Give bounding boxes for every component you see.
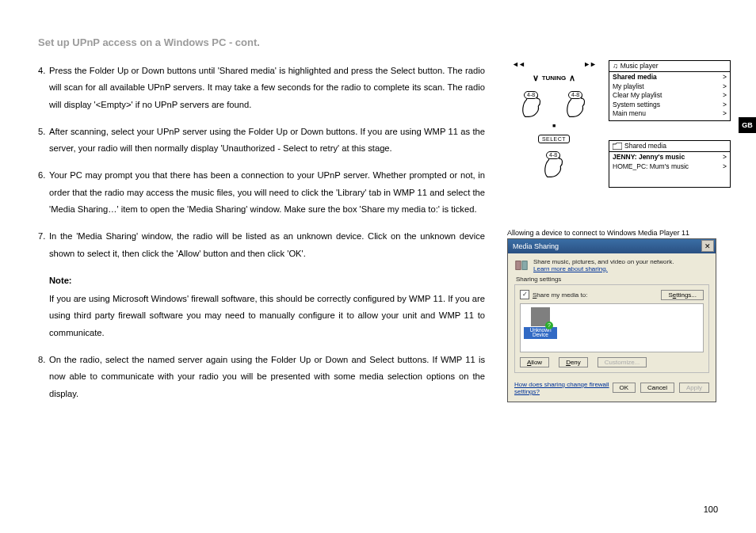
text-column: Set up UPnP access on a Windows PC - con… bbox=[38, 36, 485, 413]
svg-rect-1 bbox=[522, 261, 527, 269]
menu1-row-shared-media: Shared media bbox=[613, 73, 657, 82]
menu1-row: My playlist bbox=[613, 82, 644, 91]
ok-button[interactable]: OK bbox=[613, 383, 636, 393]
share-media-checkbox[interactable]: ✓ bbox=[520, 290, 529, 299]
settings-button[interactable]: Settings... bbox=[661, 290, 704, 300]
device-list: Unknown Device bbox=[520, 303, 704, 352]
learn-more-link[interactable]: Learn more about sharing. bbox=[533, 265, 674, 272]
rewind-icon: ◄◄ bbox=[512, 60, 525, 68]
menu-shared-media: Shared media JENNY: Jenny's music> HOME_… bbox=[609, 140, 731, 188]
step-4: 4. Press the Folder Up or Down buttons u… bbox=[38, 63, 485, 113]
deny-button[interactable]: Deny bbox=[559, 357, 588, 367]
media-sharing-dialog: Media Sharing ✕ Share music, pictures, a… bbox=[507, 238, 716, 402]
step-5: 5. After scanning, select your UPnP serv… bbox=[38, 124, 485, 158]
unknown-device-item[interactable]: Unknown Device bbox=[524, 307, 557, 339]
tuning-label: TUNING bbox=[542, 74, 567, 82]
unknown-device-icon bbox=[531, 307, 550, 326]
folder-icon bbox=[613, 143, 622, 150]
dialog-title: Media Sharing bbox=[513, 242, 559, 250]
dialog-info-line: Share music, pictures, and video on your… bbox=[533, 258, 674, 265]
menu-music-player: ♫ Music player Shared media> My playlist… bbox=[609, 60, 731, 121]
menu1-row: System settings bbox=[613, 101, 660, 109]
hand-select-icon: 4-8 bbox=[540, 148, 567, 178]
fieldset-label: Sharing settings bbox=[514, 276, 709, 283]
note-block: Note: If you are using Microsoft Windows… bbox=[49, 272, 485, 341]
tuning-figure: ◄◄ ►► ∨ TUNING ∧ 4-8 4-8 bbox=[507, 60, 601, 178]
stop-icon: ■ bbox=[552, 123, 556, 128]
chevron-up-icon: ∧ bbox=[569, 73, 575, 83]
menu2-row-jenny: JENNY: Jenny's music bbox=[613, 153, 685, 162]
page-title: Set up UPnP access on a Windows PC - con… bbox=[38, 36, 485, 48]
close-icon[interactable]: ✕ bbox=[701, 240, 714, 252]
note-label: Note: bbox=[49, 272, 485, 289]
ffwd-icon: ►► bbox=[583, 60, 596, 68]
step-7: 7. In the 'Media Sharing' window, the ra… bbox=[38, 228, 485, 262]
share-media-label: Share my media to: bbox=[533, 291, 587, 299]
cancel-button[interactable]: Cancel bbox=[640, 383, 674, 393]
dialog-caption: Allowing a device to connect to Windows … bbox=[507, 229, 731, 237]
customize-button[interactable]: Customize... bbox=[598, 357, 647, 367]
menu2-row: HOME_PC: Mum's music bbox=[613, 162, 689, 171]
step-6: 6. Your PC may prompt you that there has… bbox=[38, 167, 485, 218]
sharing-info-icon bbox=[514, 258, 529, 272]
step-8: 8. On the radio, select the named server… bbox=[38, 352, 485, 402]
menu1-row: Clear My playlist bbox=[613, 91, 662, 100]
language-tab: GB bbox=[739, 117, 756, 133]
firewall-help-link[interactable]: How does sharing change firewall setting… bbox=[514, 381, 613, 395]
page-number: 100 bbox=[704, 504, 718, 514]
hand-right-icon: 4-8 bbox=[563, 88, 590, 118]
allow-button[interactable]: Allow bbox=[520, 357, 549, 367]
select-button-label: SELECT bbox=[538, 135, 570, 143]
hand-left-icon: 4-8 bbox=[518, 88, 545, 118]
note-text: If you are using Microsoft Windows' fire… bbox=[49, 291, 485, 341]
menu1-row: Main menu bbox=[613, 109, 646, 118]
svg-rect-0 bbox=[516, 261, 521, 269]
chevron-down-icon: ∨ bbox=[533, 73, 539, 83]
apply-button[interactable]: Apply bbox=[679, 383, 709, 393]
music-note-icon: ♫ bbox=[613, 63, 618, 70]
